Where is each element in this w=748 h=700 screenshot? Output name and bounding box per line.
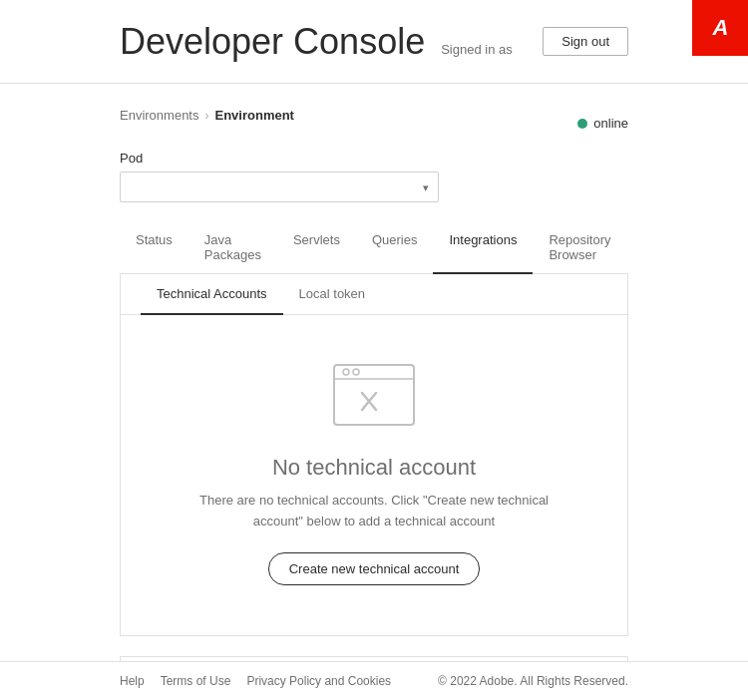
empty-state: No technical account There are no techni…	[121, 315, 627, 635]
empty-state-icon	[324, 355, 424, 435]
footer-copyright: © 2022 Adobe. All Rights Reserved.	[438, 674, 628, 688]
header-right: Sign out	[543, 27, 628, 56]
create-technical-account-button[interactable]: Create new technical account	[268, 552, 481, 585]
sub-tab-local-token[interactable]: Local token	[283, 274, 382, 315]
footer-links: Help Terms of Use Privacy Policy and Coo…	[120, 674, 391, 688]
footer-link-terms[interactable]: Terms of Use	[161, 674, 231, 688]
breadcrumb: Environments › Environment	[120, 108, 294, 123]
pod-section: Pod ▾	[120, 151, 628, 202]
tab-queries[interactable]: Queries	[356, 222, 434, 274]
pod-select[interactable]	[120, 172, 439, 202]
nav-tabs: Status Java Packages Servlets Queries In…	[120, 222, 628, 274]
pod-select-wrapper: ▾	[120, 172, 439, 202]
pod-label: Pod	[120, 151, 628, 166]
signed-in-label: Signed in as	[441, 42, 513, 57]
page-title: Developer Console	[120, 20, 425, 63]
sub-tab-technical-accounts[interactable]: Technical Accounts	[141, 274, 283, 315]
footer: Help Terms of Use Privacy Policy and Coo…	[0, 661, 748, 700]
tab-servlets[interactable]: Servlets	[277, 222, 356, 274]
status-dot-icon	[577, 119, 587, 129]
footer-link-privacy[interactable]: Privacy Policy and Cookies	[246, 674, 391, 688]
header-left: Developer Console Signed in as	[120, 20, 513, 63]
env-status-row: Environments › Environment online	[120, 108, 628, 139]
empty-state-title: No technical account	[272, 455, 476, 481]
empty-state-description: There are no technical accounts. Click "…	[185, 491, 563, 532]
breadcrumb-parent-link[interactable]: Environments	[120, 108, 198, 123]
tab-status[interactable]: Status	[120, 222, 188, 274]
header: Developer Console Signed in as Sign out	[0, 0, 748, 84]
tab-java-packages[interactable]: Java Packages	[188, 222, 277, 274]
main-content: Environments › Environment online Pod ▾ …	[0, 84, 748, 700]
environment-status: online	[577, 116, 628, 131]
sub-tabs: Technical Accounts Local token	[121, 274, 627, 315]
breadcrumb-separator: ›	[204, 109, 208, 123]
breadcrumb-current: Environment	[214, 108, 293, 123]
sign-out-button[interactable]: Sign out	[543, 27, 628, 56]
tab-repository-browser[interactable]: Repository Browser	[533, 222, 628, 274]
status-label: online	[593, 116, 628, 131]
content-area: Technical Accounts Local token No techni…	[120, 274, 628, 636]
footer-link-help[interactable]: Help	[120, 674, 145, 688]
tab-integrations[interactable]: Integrations	[433, 222, 533, 274]
